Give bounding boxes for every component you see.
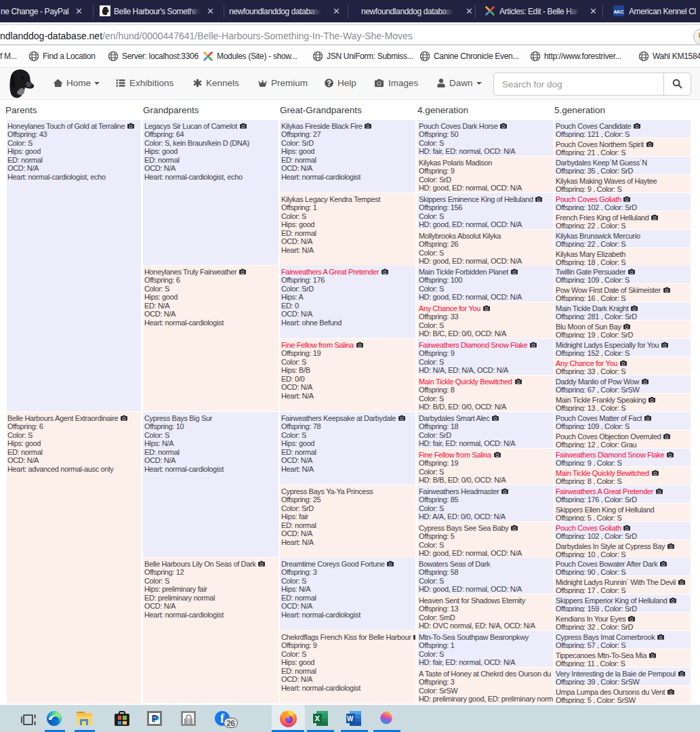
svg-text:AKC: AKC xyxy=(613,9,623,14)
